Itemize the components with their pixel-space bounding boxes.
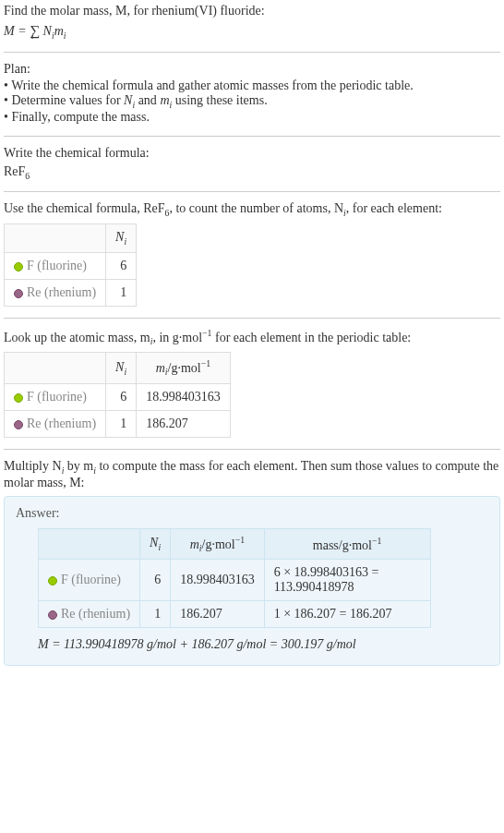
- formula-lhs: M: [4, 24, 15, 38]
- element-cell: Re (rhenium): [5, 279, 106, 306]
- count-section: Use the chemical formula, ReF6, to count…: [4, 201, 500, 307]
- element-cell: Re (rhenium): [5, 410, 106, 437]
- sigma-sub: i: [31, 31, 34, 41]
- count-text-3: , for each element:: [346, 201, 442, 215]
- ni-label: N: [115, 230, 124, 244]
- mass-text: Look up the atomic mass, mi, in g·mol−1 …: [4, 328, 500, 346]
- mass-value: 6 × 18.998403163 = 113.990418978: [264, 560, 430, 601]
- element-name: (rhenium): [44, 416, 96, 430]
- mult-text-1: Multiply N: [4, 459, 62, 473]
- element-name: (rhenium): [44, 285, 96, 299]
- answer-label: Answer:: [16, 506, 488, 521]
- formula-sub: 6: [25, 170, 30, 180]
- ni-value: 1: [140, 601, 171, 628]
- plan-section: Plan: • Write the chemical formula and g…: [4, 62, 500, 125]
- table-row: F (fluorine) 6: [5, 252, 137, 279]
- plan-item: • Write the chemical formula and gather …: [4, 78, 500, 93]
- multiply-section: Multiply Ni by mi to compute the mass fo…: [4, 459, 500, 666]
- mass-text-1: Look up the atomic mass, m: [4, 331, 150, 344]
- ni-value: 6: [106, 252, 137, 279]
- element-cell: F (fluorine): [39, 560, 140, 601]
- ni-sub: i: [124, 367, 126, 377]
- table-row: Re (rhenium) 1 186.207: [5, 410, 231, 437]
- intro-formula: M = ∑i Nimi: [4, 22, 500, 41]
- table-row: F (fluorine) 6 18.998403163 6 × 18.99840…: [39, 560, 431, 601]
- mi-unit: /g·mol: [202, 537, 235, 550]
- table-header-blank: [5, 224, 106, 253]
- element-swatch-icon: [48, 576, 57, 586]
- table-row: Re (rhenium) 1: [5, 279, 137, 306]
- element-symbol: Re: [27, 285, 42, 299]
- ni-value: 6: [106, 383, 137, 410]
- mass-text-2: , in g·mol: [152, 331, 202, 344]
- element-swatch-icon: [14, 262, 23, 272]
- plan-item: • Determine values for Ni and mi using t…: [4, 93, 500, 110]
- element-symbol: F: [27, 390, 34, 404]
- ni-label: N: [150, 536, 158, 549]
- divider: [4, 136, 500, 137]
- mass-section: Look up the atomic mass, mi, in g·mol−1 …: [4, 328, 500, 438]
- ni-value: 1: [106, 279, 137, 306]
- count-table: Ni F (fluorine) 6 Re (rhenium) 1: [4, 223, 137, 307]
- table-header-blank: [39, 528, 140, 559]
- table-header-row: Ni: [5, 224, 137, 253]
- divider: [4, 318, 500, 319]
- divider: [4, 449, 500, 450]
- table-header-mi: mi/g·mol−1: [137, 353, 231, 383]
- mi-label: m: [190, 537, 199, 550]
- ni-value: 6: [140, 560, 171, 601]
- element-name: (fluorine): [37, 259, 87, 272]
- element-symbol: Re: [61, 607, 76, 621]
- answer-table: Ni mi/g·mol−1 mass/g·mol−1 F (fluorine) …: [38, 528, 431, 628]
- count-text-1: Use the chemical formula, ReF: [4, 201, 165, 215]
- table-header-row: Ni mi/g·mol−1 mass/g·mol−1: [39, 528, 431, 559]
- mi-value: 18.998403163: [137, 383, 231, 410]
- formula-base: ReF: [4, 164, 25, 178]
- element-swatch-icon: [48, 610, 57, 620]
- element-name: (fluorine): [71, 573, 121, 586]
- table-row: Re (rhenium) 1 186.207 1 × 186.207 = 186…: [39, 601, 431, 628]
- table-header-ni: Ni: [106, 224, 137, 253]
- mi-value: 186.207: [171, 601, 265, 628]
- element-symbol: F: [61, 573, 68, 586]
- table-row: F (fluorine) 6 18.998403163: [5, 383, 231, 410]
- element-cell: F (fluorine): [5, 383, 106, 410]
- table-header-blank: [5, 353, 106, 383]
- mass-table: Ni mi/g·mol−1 F (fluorine) 6 18.99840316…: [4, 352, 231, 437]
- answer-box: Answer: Ni mi/g·mol−1 mass/g·mol−1 F (fl…: [4, 496, 500, 666]
- ni-sub: i: [158, 542, 161, 552]
- sigma-icon: ∑i: [30, 22, 40, 38]
- divider: [4, 191, 500, 192]
- formula-n: N: [43, 24, 52, 38]
- mass-value: 1 × 186.207 = 186.207: [264, 601, 430, 628]
- formula-m: m: [54, 24, 64, 38]
- mi-sup: −1: [235, 535, 245, 545]
- formula-title: Write the chemical formula:: [4, 146, 500, 161]
- divider: [4, 52, 500, 53]
- mass-label: mass/g·mol: [313, 537, 372, 551]
- mass-sup: −1: [202, 328, 211, 338]
- mass-sup: −1: [372, 536, 381, 546]
- element-symbol: Re: [27, 416, 42, 430]
- ni-value: 1: [106, 410, 137, 437]
- table-header-ni: Ni: [106, 353, 137, 383]
- chemical-formula: ReF6: [4, 164, 500, 181]
- element-name: (fluorine): [37, 390, 87, 404]
- ni-label: N: [115, 360, 124, 374]
- table-header-ni: Ni: [140, 528, 171, 559]
- mi-value: 18.998403163: [171, 560, 265, 601]
- mass-text-3: for each element in the periodic table:: [212, 331, 412, 344]
- element-swatch-icon: [14, 289, 23, 298]
- plan-list: • Write the chemical formula and gather …: [4, 78, 500, 125]
- intro-section: Find the molar mass, M, for rhenium(VI) …: [4, 4, 500, 41]
- multiply-text: Multiply Ni by mi to compute the mass fo…: [4, 459, 500, 490]
- count-text: Use the chemical formula, ReF6, to count…: [4, 201, 500, 218]
- formula-m-sub: i: [64, 30, 66, 41]
- ni-sub: i: [124, 236, 126, 247]
- element-cell: F (fluorine): [5, 252, 106, 279]
- table-header-mass: mass/g·mol−1: [264, 528, 430, 559]
- intro-text: Find the molar mass, M, for rhenium(VI) …: [4, 4, 500, 18]
- element-swatch-icon: [14, 420, 23, 429]
- mi-unit: /g·mol: [168, 361, 201, 375]
- mi-label: m: [156, 361, 165, 375]
